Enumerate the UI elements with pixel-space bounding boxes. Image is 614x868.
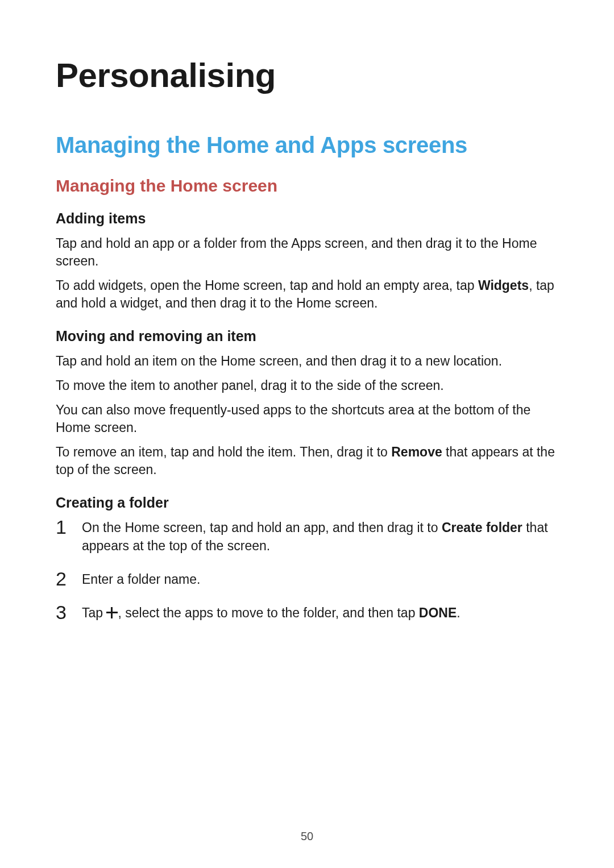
body-text: You can also move frequently-used apps t… [56, 401, 558, 437]
text-fragment: Enter a folder name. [82, 572, 200, 587]
subsection-title: Managing the Home screen [56, 176, 558, 196]
step-item: 1 On the Home screen, tap and hold an ap… [56, 519, 558, 554]
step-number: 3 [56, 600, 67, 626]
text-fragment: On the Home screen, tap and hold an app,… [82, 520, 442, 535]
step-number: 1 [56, 514, 67, 541]
bold-create-folder: Create folder [442, 520, 522, 535]
page-number: 50 [0, 830, 614, 843]
bold-remove: Remove [391, 445, 442, 459]
chapter-title: Personalising [56, 56, 558, 95]
text-fragment: . [457, 605, 460, 620]
text-fragment: To add widgets, open the Home screen, ta… [56, 278, 478, 293]
body-text: To remove an item, tap and hold the item… [56, 443, 558, 479]
text-fragment: To remove an item, tap and hold the item… [56, 445, 391, 459]
document-page: Personalising Managing the Home and Apps… [0, 0, 614, 868]
body-text: Tap and hold an app or a folder from the… [56, 235, 558, 270]
plus-icon [106, 607, 118, 618]
body-text: To add widgets, open the Home screen, ta… [56, 277, 558, 312]
body-text: Tap and hold an item on the Home screen,… [56, 352, 558, 370]
step-number: 2 [56, 566, 67, 592]
section-title: Managing the Home and Apps screens [56, 132, 558, 158]
topic-title-creating-folder: Creating a folder [56, 495, 558, 511]
bold-widgets: Widgets [478, 278, 529, 293]
numbered-steps: 1 On the Home screen, tap and hold an ap… [56, 519, 558, 621]
text-fragment: Tap [82, 605, 106, 620]
topic-title-moving-removing: Moving and removing an item [56, 328, 558, 344]
body-text: To move the item to another panel, drag … [56, 377, 558, 394]
bold-done: DONE [419, 605, 457, 620]
step-item: 2 Enter a folder name. [56, 571, 558, 588]
text-fragment: , select the apps to move to the folder,… [118, 605, 418, 620]
topic-title-adding-items: Adding items [56, 210, 558, 227]
step-item: 3 Tap , select the apps to move to the f… [56, 604, 558, 622]
